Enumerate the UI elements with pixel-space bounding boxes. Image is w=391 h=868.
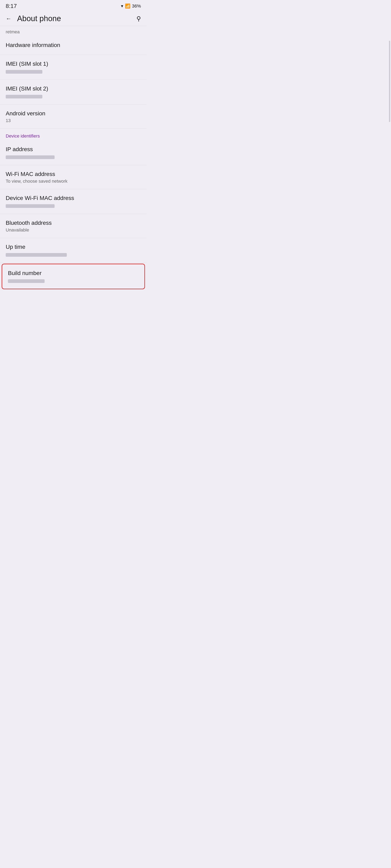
- imei-sim2-value: [6, 95, 43, 98]
- list-item[interactable]: Bluetooth address Unavailable: [0, 214, 147, 238]
- list-item[interactable]: Android version 13: [0, 104, 147, 128]
- build-number-item[interactable]: Build number: [2, 264, 145, 289]
- item-title: Android version: [6, 110, 141, 117]
- divider: [0, 262, 147, 263]
- page-title: About phone: [17, 14, 134, 23]
- item-title: IMEI (SIM slot 2): [6, 86, 141, 92]
- wifi-icon: ▾: [121, 3, 123, 9]
- retmea-label: retmea: [0, 26, 147, 36]
- bluetooth-subtitle: Unavailable: [6, 227, 141, 233]
- status-icons: ▾ 📶 36%: [121, 3, 141, 9]
- back-button[interactable]: ←: [3, 14, 14, 24]
- list-item[interactable]: Hardware information: [0, 36, 147, 55]
- section-header-device-identifiers: Device identifiers: [0, 129, 147, 141]
- up-time-value: [6, 253, 67, 257]
- item-title: Wi-Fi MAC address: [6, 171, 141, 177]
- item-title: IP address: [6, 146, 141, 153]
- wifi-mac-subtitle: To view, choose saved network: [6, 179, 141, 184]
- android-version-value: 13: [6, 118, 141, 123]
- status-bar: 8:17 ▾ 📶 36%: [0, 0, 147, 11]
- list-item[interactable]: Device Wi-Fi MAC address: [0, 189, 147, 214]
- item-title: Hardware information: [6, 42, 141, 49]
- item-title: Device Wi-Fi MAC address: [6, 195, 141, 202]
- item-title: IMEI (SIM slot 1): [6, 61, 141, 67]
- content-area: retmea Hardware information IMEI (SIM sl…: [0, 26, 147, 289]
- ip-address-value: [6, 155, 55, 159]
- list-item[interactable]: Wi-Fi MAC address To view, choose saved …: [0, 165, 147, 189]
- status-time: 8:17: [6, 3, 17, 9]
- toolbar: ← About phone ⚲: [0, 11, 147, 26]
- item-title: Bluetooth address: [6, 220, 141, 226]
- device-wifi-mac-value: [6, 204, 55, 208]
- item-title: Up time: [6, 244, 141, 250]
- list-item[interactable]: IMEI (SIM slot 1): [0, 55, 147, 80]
- signal-icon: 📶: [125, 3, 130, 9]
- build-number-value: [8, 279, 45, 283]
- battery-level: 36%: [132, 3, 141, 9]
- list-item[interactable]: IMEI (SIM slot 2): [0, 80, 147, 104]
- build-number-title: Build number: [8, 270, 139, 276]
- list-item[interactable]: IP address: [0, 141, 147, 165]
- search-button[interactable]: ⚲: [134, 13, 143, 24]
- list-item[interactable]: Up time: [0, 238, 147, 262]
- search-icon: ⚲: [136, 15, 141, 22]
- imei-sim1-value: [6, 70, 43, 74]
- back-icon: ←: [6, 16, 11, 22]
